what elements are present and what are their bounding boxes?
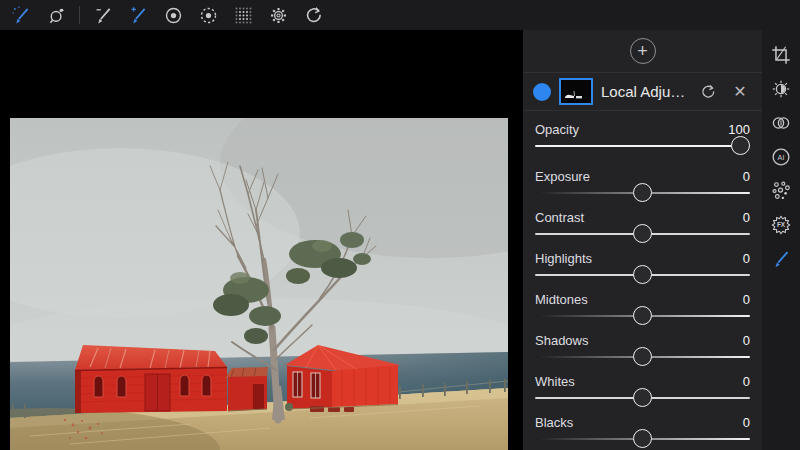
mask-eraser-icon[interactable] — [41, 0, 71, 30]
slider-track[interactable] — [535, 274, 750, 276]
slider-row-midtones: Midtones0 — [535, 292, 750, 333]
slider-handle[interactable] — [633, 224, 652, 243]
slider-value: 0 — [743, 169, 750, 184]
slider-row-blacks: Blacks0 — [535, 415, 750, 450]
slider-handle[interactable] — [633, 388, 652, 407]
slider-handle[interactable] — [633, 265, 652, 284]
slider-value: 0 — [743, 374, 750, 389]
slider-label: Exposure — [535, 169, 590, 184]
black-white-icon[interactable] — [768, 111, 794, 135]
slider-label: Shadows — [535, 333, 588, 348]
side-rail: AI FX — [762, 30, 800, 450]
photo-canvas[interactable] — [10, 118, 508, 450]
add-layer-row: + — [523, 30, 762, 73]
slider-handle[interactable] — [633, 306, 652, 325]
slider-label: Highlights — [535, 251, 592, 266]
layer-title[interactable]: Local Adju… — [601, 83, 688, 100]
slider-row-shadows: Shadows0 — [535, 333, 750, 374]
reset-mask-icon[interactable] — [298, 0, 328, 30]
svg-text:AI: AI — [778, 153, 785, 162]
slider-label: Opacity — [535, 122, 579, 137]
brush-subtract-icon[interactable] — [88, 0, 118, 30]
slider-value: 0 — [743, 415, 750, 430]
adjustments-panel: + Local Adju… ✕ Opacity100Exposure0Contr… — [523, 30, 762, 450]
mask-toolbar — [0, 0, 800, 30]
slider-track[interactable] — [535, 397, 750, 399]
radial-mask-solid-icon[interactable] — [158, 0, 188, 30]
slider-value: 0 — [743, 210, 750, 225]
brush-settings-icon[interactable] — [263, 0, 293, 30]
add-layer-button[interactable]: + — [630, 38, 656, 64]
slider-row-whites: Whites0 — [535, 374, 750, 415]
slider-track[interactable] — [535, 315, 750, 317]
slider-list: Opacity100Exposure0Contrast0Highlights0M… — [523, 111, 762, 450]
slider-track[interactable] — [535, 356, 750, 358]
layer-color-tag[interactable] — [533, 83, 551, 101]
slider-label: Midtones — [535, 292, 588, 307]
brush-add-icon[interactable] — [123, 0, 153, 30]
slider-label: Blacks — [535, 415, 573, 430]
layer-close-button[interactable]: ✕ — [728, 80, 752, 104]
slider-value: 0 — [743, 333, 750, 348]
svg-text:FX: FX — [777, 221, 786, 228]
ai-tools-icon[interactable]: AI — [768, 145, 794, 169]
slider-label: Whites — [535, 374, 575, 389]
slider-handle[interactable] — [731, 136, 750, 155]
layer-reset-button[interactable] — [696, 80, 720, 104]
slider-row-opacity: Opacity100 — [535, 122, 750, 169]
slider-track[interactable] — [535, 192, 750, 194]
slider-value: 100 — [728, 122, 750, 137]
effects-fx-icon[interactable]: FX — [768, 213, 794, 237]
slider-track[interactable] — [535, 438, 750, 440]
toolbar-divider — [79, 6, 80, 24]
slider-track[interactable] — [535, 233, 750, 235]
local-adjustments-icon[interactable] — [768, 247, 794, 271]
slider-handle[interactable] — [633, 347, 652, 366]
slider-value: 0 — [743, 292, 750, 307]
layer-mask-thumbnail[interactable] — [559, 78, 593, 105]
slider-track[interactable] — [535, 145, 750, 147]
develop-light-icon[interactable] — [768, 77, 794, 101]
mask-paint-brush-icon[interactable] — [6, 0, 36, 30]
slider-row-contrast: Contrast0 — [535, 210, 750, 251]
layer-header: Local Adju… ✕ — [523, 73, 762, 111]
slider-handle[interactable] — [633, 183, 652, 202]
slider-row-highlights: Highlights0 — [535, 251, 750, 292]
slider-row-exposure: Exposure0 — [535, 169, 750, 210]
slider-value: 0 — [743, 251, 750, 266]
grain-texture-icon[interactable] — [768, 179, 794, 203]
radial-mask-feather-icon[interactable] — [193, 0, 223, 30]
crop-tool-icon[interactable] — [768, 43, 794, 67]
slider-handle[interactable] — [633, 429, 652, 448]
slider-label: Contrast — [535, 210, 584, 225]
mask-density-icon[interactable] — [228, 0, 258, 30]
